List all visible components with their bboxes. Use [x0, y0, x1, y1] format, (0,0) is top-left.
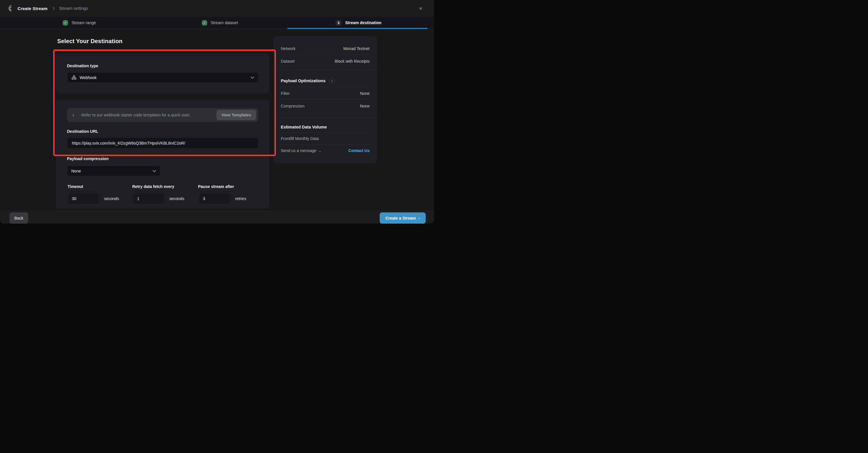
stream-summary-panel: Network Monad Testnet Dataset Block with…	[273, 36, 377, 163]
optimizations-title: Payload Optimizations	[281, 79, 326, 83]
tab-stream-range[interactable]: ✓ Stream range	[63, 17, 96, 29]
retry-unit: seconds	[169, 196, 184, 201]
timeout-unit: seconds	[104, 196, 119, 201]
pause-label: Pause stream after	[198, 184, 234, 189]
summary-row-filter: Filter None	[281, 87, 370, 100]
webhook-settings-card: i Refer to our webhook starter code temp…	[56, 99, 269, 209]
compression-label: Compression	[281, 104, 304, 109]
page-title: Select Your Destination	[57, 38, 122, 44]
modal-title: Create Stream	[18, 6, 48, 11]
pause-input[interactable]	[198, 193, 230, 204]
payload-compression-label: Payload compression	[67, 156, 108, 161]
tab-stream-destination[interactable]: 3 Stream destination	[335, 17, 381, 29]
pause-unit: retries	[235, 196, 246, 201]
app-logo-icon	[6, 5, 14, 12]
timeout-label: Timeout	[67, 184, 83, 189]
app-background: Create Stream Stream settings ✕ ✓ Stream…	[0, 0, 434, 227]
modal-header: Create Stream Stream settings ✕	[0, 0, 434, 17]
step-label: Stream range	[71, 21, 96, 25]
summary-row-dataset: Dataset Block with Receipts	[281, 55, 370, 67]
templates-banner: i Refer to our webhook starter code temp…	[67, 108, 258, 122]
view-templates-button[interactable]: View Templates	[216, 110, 256, 120]
destination-type-value: Webhook	[80, 75, 97, 80]
optimizations-info-icon[interactable]: i	[329, 78, 335, 84]
create-stream-label: Create a Stream	[385, 216, 416, 220]
summary-row-network: Network Monad Testnet	[281, 42, 370, 55]
check-icon: ✓	[202, 20, 207, 26]
summary-row-optimizations: Payload Optimizations i	[281, 74, 370, 87]
back-button[interactable]: Back	[9, 212, 28, 223]
frontfill-label: Frontfill Monthly Data	[281, 136, 319, 141]
retry-label: Retry data fetch every	[132, 184, 174, 189]
compression-value: None	[360, 104, 370, 109]
summary-row-volume-title: Estimated Data Volume	[281, 121, 370, 133]
check-icon: ✓	[63, 20, 68, 26]
dataset-value: Block with Receipts	[335, 59, 370, 63]
contact-message-label: Send us a message →	[281, 148, 321, 153]
main-content: Select Your Destination Destination type…	[0, 29, 434, 211]
timeout-input[interactable]	[67, 193, 99, 204]
filter-value: None	[360, 91, 370, 96]
info-icon: i	[73, 113, 75, 117]
create-stream-button[interactable]: Create a Stream ›	[380, 212, 426, 223]
chevron-down-icon	[153, 170, 156, 172]
destination-url-label: Destination URL	[67, 129, 98, 134]
destination-type-card: Destination type Webhook	[56, 53, 269, 93]
payload-compression-select[interactable]: None	[67, 165, 160, 176]
close-icon: ✕	[419, 6, 423, 11]
chevron-down-icon	[251, 77, 254, 79]
destination-type-label: Destination type	[67, 63, 98, 68]
retry-input[interactable]	[133, 193, 164, 204]
steps-bar: ✓ Stream range ✓ Stream dataset 3 Stream…	[0, 17, 434, 29]
summary-row-contact: Send us a message → Contact Us	[281, 144, 370, 157]
step-label: Stream dataset	[211, 21, 238, 25]
dataset-label: Dataset	[281, 59, 294, 63]
breadcrumb-chevron-icon	[53, 7, 55, 10]
breadcrumb: Stream settings	[59, 6, 88, 11]
network-label: Network	[281, 46, 296, 51]
webhook-icon	[71, 75, 77, 80]
step-number-badge: 3	[335, 20, 341, 26]
network-value: Monad Testnet	[343, 46, 370, 51]
chevron-right-icon: ›	[418, 216, 420, 220]
tab-stream-dataset[interactable]: ✓ Stream dataset	[202, 17, 238, 29]
create-stream-modal: Create Stream Stream settings ✕ ✓ Stream…	[0, 0, 434, 223]
close-button[interactable]: ✕	[419, 6, 423, 11]
volume-title: Estimated Data Volume	[281, 125, 327, 129]
filter-label: Filter	[281, 91, 290, 96]
destination-type-select[interactable]: Webhook	[67, 72, 258, 83]
payload-compression-value: None	[71, 169, 81, 173]
summary-row-frontfill: Frontfill Monthly Data	[281, 133, 370, 144]
banner-text: Refer to our webhook starter code templa…	[81, 113, 191, 117]
summary-row-compression: Compression None	[281, 100, 370, 112]
step-label: Stream destination	[345, 21, 381, 25]
modal-footer: Back Create a Stream ›	[0, 211, 434, 223]
destination-url-input[interactable]	[67, 138, 258, 149]
contact-us-link[interactable]: Contact Us	[348, 148, 370, 153]
